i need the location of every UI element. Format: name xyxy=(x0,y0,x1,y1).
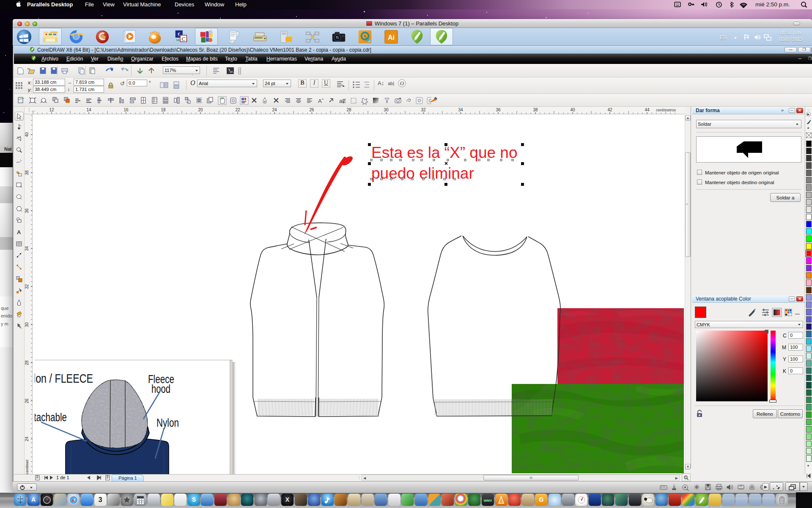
svg-text:A: A xyxy=(17,229,21,235)
svg-text:hood: hood xyxy=(151,383,170,395)
svg-text:34: 34 xyxy=(25,246,29,251)
svg-text:aɆ: aɆ xyxy=(339,98,346,104)
svg-text:38: 38 xyxy=(25,170,29,175)
svg-text:Nylon: Nylon xyxy=(156,417,179,429)
svg-text:32: 32 xyxy=(421,108,426,112)
svg-text:28: 28 xyxy=(346,108,351,112)
svg-text:26: 26 xyxy=(25,398,29,403)
svg-text:28: 28 xyxy=(25,360,29,365)
svg-text:40: 40 xyxy=(570,108,575,112)
svg-text:12: 12 xyxy=(49,108,54,112)
svg-text:38: 38 xyxy=(533,108,538,112)
svg-text:Esta es la “X” que no: Esta es la “X” que no xyxy=(371,144,518,161)
svg-text:44: 44 xyxy=(645,108,650,112)
svg-text:36: 36 xyxy=(25,208,29,213)
svg-text:16: 16 xyxy=(123,108,129,112)
svg-text:TA: TA xyxy=(176,39,179,41)
svg-text:30: 30 xyxy=(25,322,29,327)
svg-text:22: 22 xyxy=(235,108,240,112)
svg-text:Ai: Ai xyxy=(388,33,395,41)
svg-text:26: 26 xyxy=(309,108,314,112)
svg-text:24: 24 xyxy=(25,436,29,442)
svg-text:lon / FLEECE: lon / FLEECE xyxy=(35,371,93,385)
svg-text:18: 18 xyxy=(161,108,166,112)
svg-text:34: 34 xyxy=(458,108,463,112)
svg-text:centímetros: centímetros xyxy=(656,108,676,112)
svg-text:centímet: centímet xyxy=(25,459,29,474)
svg-text:C: C xyxy=(182,36,186,42)
svg-text:Aˆ: Aˆ xyxy=(318,98,324,104)
svg-text:...: ... xyxy=(795,309,800,316)
svg-text:40: 40 xyxy=(25,132,29,137)
svg-text:14: 14 xyxy=(86,108,91,112)
svg-text:30: 30 xyxy=(384,108,389,112)
svg-text:32: 32 xyxy=(25,284,29,289)
svg-text:24: 24 xyxy=(272,108,277,112)
svg-text:36: 36 xyxy=(496,108,501,112)
svg-text:42: 42 xyxy=(607,108,612,112)
svg-text:tachable: tachable xyxy=(35,411,67,424)
svg-text:20: 20 xyxy=(198,108,203,112)
